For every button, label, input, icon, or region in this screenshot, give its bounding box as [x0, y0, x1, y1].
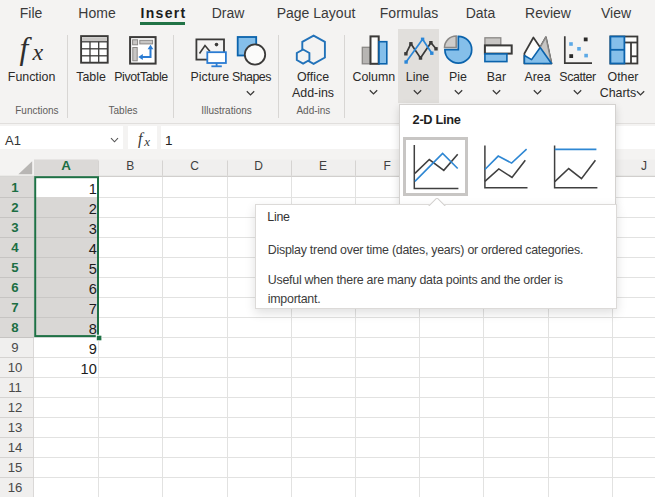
- svg-text:J: J: [641, 159, 647, 173]
- svg-text:1: 1: [89, 181, 97, 197]
- svg-text:10: 10: [8, 360, 23, 375]
- svg-text:4: 4: [11, 240, 19, 255]
- svg-text:8: 8: [89, 321, 97, 337]
- svg-text:7: 7: [11, 300, 18, 315]
- svg-text:5: 5: [89, 261, 97, 277]
- svg-text:2: 2: [89, 201, 97, 217]
- svg-text:6: 6: [89, 281, 97, 297]
- svg-text:A: A: [61, 158, 71, 173]
- svg-text:D: D: [254, 159, 263, 173]
- svg-text:15: 15: [8, 460, 23, 475]
- svg-text:2: 2: [11, 200, 18, 215]
- svg-text:9: 9: [11, 340, 18, 355]
- svg-text:14: 14: [8, 440, 23, 455]
- svg-text:B: B: [126, 159, 134, 173]
- svg-text:E: E: [319, 159, 327, 173]
- svg-text:12: 12: [8, 400, 23, 415]
- svg-text:9: 9: [89, 341, 97, 357]
- svg-text:1: 1: [11, 180, 18, 195]
- svg-text:13: 13: [8, 420, 23, 435]
- svg-text:7: 7: [89, 301, 97, 317]
- svg-text:10: 10: [81, 361, 97, 377]
- svg-text:F: F: [383, 159, 390, 173]
- svg-text:3: 3: [11, 220, 18, 235]
- svg-text:C: C: [190, 159, 199, 173]
- svg-text:3: 3: [89, 221, 97, 237]
- svg-text:16: 16: [8, 480, 23, 495]
- svg-text:5: 5: [11, 260, 18, 275]
- svg-text:4: 4: [89, 241, 97, 257]
- svg-text:8: 8: [11, 320, 18, 335]
- svg-text:6: 6: [11, 280, 18, 295]
- svg-text:11: 11: [8, 380, 22, 395]
